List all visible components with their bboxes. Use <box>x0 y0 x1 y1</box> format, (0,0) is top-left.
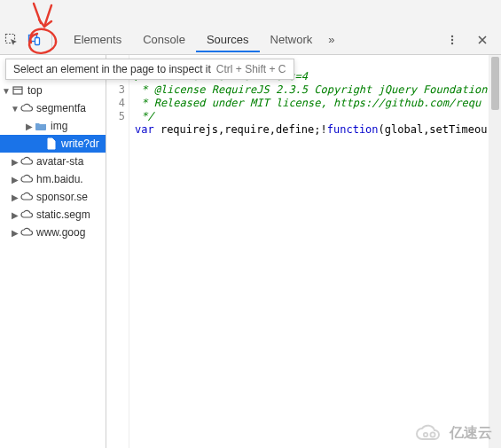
file-icon <box>44 138 59 150</box>
svg-point-9 <box>430 432 434 436</box>
scrollbar-thumb[interactable] <box>491 57 499 110</box>
folder-icon <box>34 121 48 131</box>
code-line: * Released under MIT license, https://gi… <box>135 97 481 109</box>
cloud-icon <box>20 227 34 238</box>
chevron-right-icon: ▶ <box>25 122 34 131</box>
kebab-icon <box>446 34 458 46</box>
watermark-text: 亿速云 <box>450 424 492 443</box>
tab-network[interactable]: Network <box>260 28 324 52</box>
node-label: sponsor.se <box>36 191 88 203</box>
line-number: 3 <box>106 83 125 97</box>
tab-overflow[interactable]: » <box>323 28 340 52</box>
devtools-toolbar: Elements Console Sources Network » <box>0 0 501 55</box>
tab-sources[interactable]: Sources <box>196 28 260 52</box>
svg-rect-2 <box>35 37 40 44</box>
panel-tabs: Elements Console Sources Network » <box>63 28 441 52</box>
cloud-icon <box>20 103 34 114</box>
node-label: avatar-sta <box>36 155 83 168</box>
svg-point-3 <box>451 35 453 36</box>
line-number: 5 <box>106 110 125 123</box>
node-label: hm.baidu. <box>36 173 83 185</box>
device-toolbar-button[interactable] <box>23 28 46 51</box>
inspect-tooltip: Select an element in the page to inspect… <box>5 59 294 80</box>
chevron-down-icon: ▼ <box>11 104 20 114</box>
tab-elements[interactable]: Elements <box>63 28 132 52</box>
device-icon <box>27 33 42 47</box>
toolbar-inner: Elements Console Sources Network » <box>0 28 501 52</box>
toolbar-divider <box>51 32 52 48</box>
keyword: var <box>135 123 154 136</box>
svg-point-5 <box>451 42 453 43</box>
watermark: 亿速云 <box>414 423 492 443</box>
cursor-select-icon <box>4 33 19 47</box>
idents: requirejs,require,define;! <box>154 123 327 136</box>
close-icon <box>477 35 488 45</box>
tree-node-static-seg[interactable]: ▶ static.segm <box>0 206 106 224</box>
chevron-right-icon: ▶ <box>11 210 20 220</box>
chevron-right-icon: ▶ <box>11 193 20 202</box>
tree-node-img[interactable]: ▶ img <box>0 117 106 135</box>
kebab-menu-button[interactable] <box>441 28 464 51</box>
chevron-down-icon: ▼ <box>2 86 11 96</box>
cloud-logo-icon <box>414 423 444 443</box>
tree-node-avatar[interactable]: ▶ avatar-sta <box>0 153 106 170</box>
chevron-right-icon: ▶ <box>11 175 20 185</box>
window-icon <box>11 85 25 96</box>
node-label: segmentfa <box>36 102 86 114</box>
chevron-right-icon: ▶ <box>11 228 20 238</box>
main-split: ▼ top ▼ segmentfa ▶ img <box>0 55 501 448</box>
idents: (global,setTimeou <box>379 123 488 136</box>
node-label: www.goog <box>36 226 85 239</box>
tree-node-google[interactable]: ▶ www.goog <box>0 224 106 241</box>
tree-node-hm[interactable]: ▶ hm.baidu. <box>0 170 106 188</box>
cloud-icon <box>20 192 34 202</box>
tree-node-segmentfault[interactable]: ▼ segmentfa <box>0 99 106 117</box>
cloud-icon <box>20 156 34 167</box>
tree-node-top[interactable]: ▼ top <box>0 82 106 99</box>
line-number: 4 <box>106 97 125 110</box>
tooltip-shortcut: Ctrl + Shift + C <box>216 63 286 75</box>
tab-console[interactable]: Console <box>132 28 196 52</box>
keyword: function <box>327 123 379 136</box>
chevron-right-icon: ▶ <box>11 157 20 167</box>
code-line: var requirejs,require,define;!function(g… <box>135 123 487 136</box>
svg-point-4 <box>451 38 453 40</box>
inspect-element-button[interactable] <box>0 28 23 51</box>
toolbar-right <box>441 28 501 51</box>
cloud-icon <box>20 209 34 220</box>
code-line: */ <box>135 110 154 122</box>
node-label: write?dr <box>61 138 99 150</box>
code-editor: 1 2 3 4 5 /** vim: et:ts=4:sw=4:sts=4 * … <box>106 55 501 448</box>
file-tree: ▼ top ▼ segmentfa ▶ img <box>0 82 106 241</box>
svg-rect-6 <box>13 87 22 94</box>
code-area[interactable]: /** vim: et:ts=4:sw=4:sts=4 * @license R… <box>129 55 489 448</box>
node-label: img <box>51 120 67 132</box>
vertical-scrollbar[interactable] <box>489 55 501 448</box>
node-label: top <box>27 84 43 97</box>
node-label: static.segm <box>36 208 90 221</box>
close-devtools-button[interactable] <box>471 28 494 51</box>
tooltip-text: Select an element in the page to inspect… <box>13 63 211 75</box>
svg-point-8 <box>424 433 427 436</box>
sources-sidebar: ▼ top ▼ segmentfa ▶ img <box>0 55 106 448</box>
tree-node-write[interactable]: write?dr <box>0 135 106 153</box>
line-gutter: 1 2 3 4 5 <box>106 55 129 448</box>
code-line: * @license RequireJS 2.3.5 Copyright jQu… <box>135 83 487 96</box>
tree-node-sponsor[interactable]: ▶ sponsor.se <box>0 188 106 206</box>
cloud-icon <box>20 174 34 185</box>
